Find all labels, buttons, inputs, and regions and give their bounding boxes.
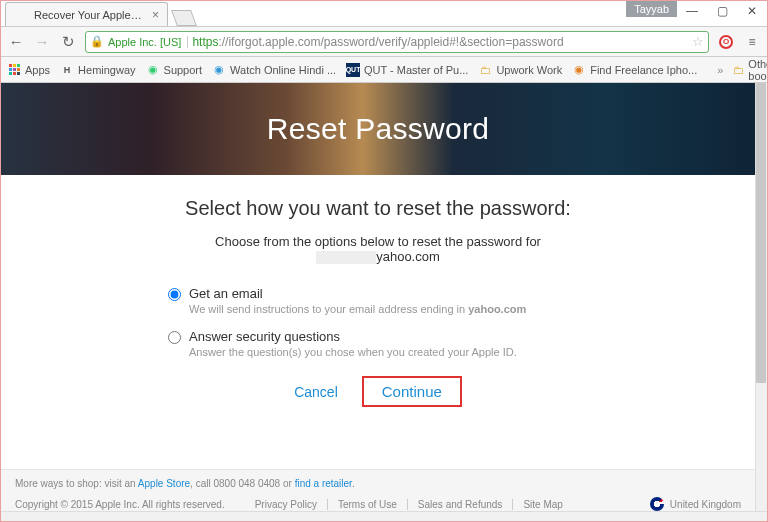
reset-heading: Select how you want to reset the passwor… (61, 197, 695, 220)
window-maximize-button[interactable]: ▢ (707, 1, 737, 21)
find-retailer-link[interactable]: find a retailer (295, 478, 352, 489)
page-footer: More ways to shop: visit an Apple Store,… (1, 469, 755, 511)
reset-options: Get an email We will send instructions t… (168, 286, 588, 358)
bookmark-star-icon[interactable]: ☆ (692, 34, 704, 49)
lock-icon: 🔒 (90, 35, 104, 48)
browser-tab[interactable]: Recover Your Apple ID - A × (5, 2, 168, 26)
scrollbar-thumb[interactable] (756, 83, 766, 383)
region-selector[interactable]: United Kingdom (650, 497, 741, 511)
uk-flag-icon (650, 497, 664, 511)
radio-security-questions[interactable] (168, 331, 181, 344)
hero-banner: Reset Password (1, 83, 755, 175)
reload-button[interactable]: ↻ (59, 33, 77, 51)
option-hint: We will send instructions to your email … (189, 303, 526, 315)
apps-grid-icon (7, 63, 21, 77)
redacted-email-prefix (316, 251, 376, 264)
footer-shop-line: More ways to shop: visit an Apple Store,… (15, 478, 741, 489)
other-bookmarks[interactable]: 🗀Other bookmarks (733, 58, 767, 82)
globe-icon: ◉ (572, 63, 586, 77)
footer-links: Privacy Policy Terms of Use Sales and Re… (245, 499, 573, 510)
window-close-button[interactable]: ✕ (737, 1, 767, 21)
radio-get-email[interactable] (168, 288, 181, 301)
option-label: Answer security questions (189, 329, 517, 344)
chrome-menu-icon[interactable]: ≡ (743, 33, 761, 51)
footer-link-privacy[interactable]: Privacy Policy (245, 499, 328, 510)
continue-highlight: Continue (362, 376, 462, 407)
browser-toolbar: ← → ↻ 🔒 Apple Inc. [US] https://iforgot.… (1, 27, 767, 57)
scrollbar-horizontal[interactable] (1, 511, 767, 522)
bookmark-upwork[interactable]: 🗀Upwork Work (478, 63, 562, 77)
bookmark-apps[interactable]: Apps (7, 63, 50, 77)
apple-favicon-icon (14, 8, 28, 22)
option-label: Get an email (189, 286, 526, 301)
tab-close-icon[interactable]: × (152, 8, 159, 22)
option-security-questions[interactable]: Answer security questions Answer the que… (168, 329, 588, 358)
page-viewport: Reset Password Select how you want to re… (1, 83, 767, 522)
folder-icon: 🗀 (478, 63, 492, 77)
action-row: Cancel Continue (61, 376, 695, 407)
bookmark-overflow-icon[interactable]: » (717, 64, 723, 76)
bookmark-support[interactable]: ◉Support (146, 63, 203, 77)
copyright-text: Copyright © 2015 Apple Inc. All rights r… (15, 499, 225, 510)
forward-button[interactable]: → (33, 33, 51, 51)
bookmark-watch-online[interactable]: ◉Watch Online Hindi ... (212, 63, 336, 77)
new-tab-button[interactable] (171, 10, 197, 26)
footer-link-sitemap[interactable]: Site Map (513, 499, 572, 510)
bookmark-qut[interactable]: QUTQUT - Master of Pu... (346, 63, 468, 77)
window-minimize-button[interactable]: — (677, 1, 707, 21)
continue-button[interactable]: Continue (382, 383, 442, 400)
footer-link-sales[interactable]: Sales and Refunds (408, 499, 514, 510)
tab-title: Recover Your Apple ID - A (34, 9, 144, 21)
reset-description: Choose from the options below to reset t… (61, 234, 695, 264)
scrollbar-vertical[interactable] (755, 83, 767, 522)
option-hint: Answer the question(s) you chose when yo… (189, 346, 517, 358)
cancel-button[interactable]: Cancel (294, 384, 338, 400)
option-get-email[interactable]: Get an email We will send instructions t… (168, 286, 588, 315)
chrome-profile-chip[interactable]: Tayyab (626, 1, 677, 17)
address-bar[interactable]: 🔒 Apple Inc. [US] https://iforgot.apple.… (85, 31, 709, 53)
qut-icon: QUT (346, 63, 360, 77)
footer-link-terms[interactable]: Terms of Use (328, 499, 408, 510)
apple-store-link[interactable]: Apple Store (138, 478, 190, 489)
ev-cert-badge: Apple Inc. [US] (108, 36, 188, 48)
globe-icon: ◉ (212, 63, 226, 77)
page-title: Reset Password (267, 112, 490, 146)
back-button[interactable]: ← (7, 33, 25, 51)
bookmark-hemingway[interactable]: HHemingway (60, 63, 135, 77)
globe-icon: ◉ (146, 63, 160, 77)
bookmark-freelance[interactable]: ◉Find Freelance Ipho... (572, 63, 697, 77)
bookmarks-bar: Apps HHemingway ◉Support ◉Watch Online H… (1, 57, 767, 83)
page-icon: H (60, 63, 74, 77)
url-scheme: https (192, 35, 218, 49)
window-titlebar: Recover Your Apple ID - A × Tayyab — ▢ ✕ (1, 1, 767, 27)
url-path: ://iforgot.apple.com/password/verify/app… (218, 35, 563, 49)
adblock-icon[interactable]: O (717, 33, 735, 51)
folder-icon: 🗀 (733, 63, 744, 77)
